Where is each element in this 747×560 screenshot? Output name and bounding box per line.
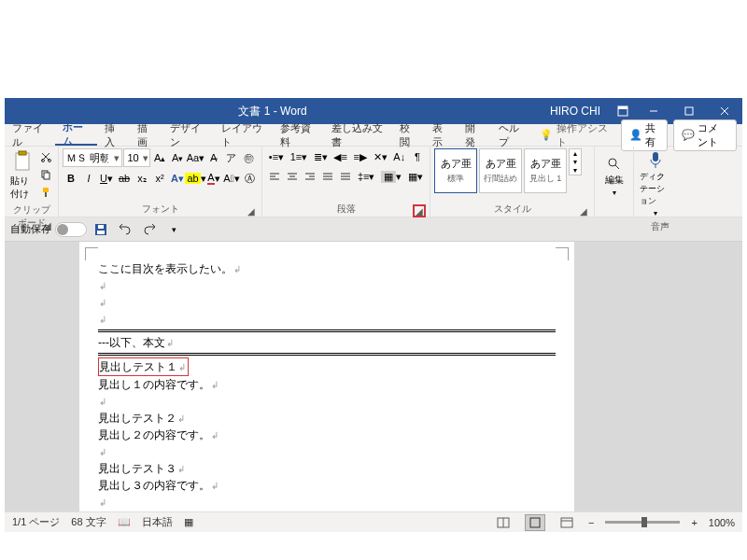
clipboard-launcher[interactable]: ◢ — [43, 220, 52, 230]
dictate-button[interactable]: ディクテーション ▾ — [638, 148, 673, 219]
paragraph-text[interactable]: 見出し２の内容です。 — [98, 427, 556, 443]
paragraph-text[interactable] — [98, 294, 556, 311]
superscript-button[interactable]: x² — [151, 170, 168, 187]
justify-button[interactable] — [319, 168, 336, 185]
paragraph-text[interactable]: 見出しテスト１ — [98, 357, 556, 376]
print-layout-button[interactable] — [525, 514, 545, 531]
paragraph-launcher[interactable]: ◢ — [415, 206, 424, 216]
paragraph-text[interactable]: 見出しテスト２ — [98, 410, 556, 427]
zoom-out-button[interactable]: − — [588, 517, 594, 528]
expand-icon[interactable]: ▾ — [570, 166, 581, 175]
zoom-level[interactable]: 100% — [709, 517, 735, 528]
subscript-button[interactable]: x₂ — [134, 170, 150, 187]
asian-layout-button[interactable]: ✕▾ — [371, 148, 390, 165]
highlight-button[interactable]: ab▾ — [187, 170, 204, 187]
user-name[interactable]: HIRO CHI — [541, 105, 610, 118]
tab-draw[interactable]: 描画 — [130, 124, 162, 146]
style-normal[interactable]: あア亜 標準 — [434, 148, 477, 193]
distribute-button[interactable] — [337, 168, 354, 185]
shading-button[interactable]: ▦▾ — [378, 168, 404, 185]
tab-home[interactable]: ホーム — [55, 124, 97, 146]
tab-mailings[interactable]: 差し込み文書 — [324, 124, 392, 146]
font-name-combo[interactable]: ▾ — [63, 148, 122, 167]
align-center-button[interactable] — [284, 168, 301, 185]
paragraph-text[interactable]: ここに目次を表示したい。 — [98, 260, 556, 277]
style-heading-1[interactable]: あア亜 見出し 1 — [524, 148, 567, 193]
character-border-button[interactable]: Ⓐ — [241, 170, 258, 187]
style-gallery-scroll[interactable]: ▴ ▾ ▾ — [569, 148, 582, 175]
decrease-indent-button[interactable]: ◀≡ — [331, 148, 350, 165]
paragraph-text[interactable]: 見出し１の内容です。 — [98, 376, 556, 393]
paragraph-text[interactable] — [98, 443, 556, 460]
tab-developer[interactable]: 開発 — [458, 124, 490, 146]
editing-button[interactable]: 編集 ▾ — [599, 148, 629, 204]
multilevel-list-button[interactable]: ≣▾ — [311, 148, 331, 165]
cut-button[interactable] — [37, 148, 54, 165]
autosave-toggle[interactable] — [55, 222, 87, 237]
web-layout-button[interactable] — [557, 514, 577, 531]
paragraph-text[interactable]: 見出し３の内容です。 — [98, 477, 556, 494]
numbering-button[interactable]: 1≡▾ — [288, 148, 310, 165]
ribbon-display-icon[interactable] — [610, 105, 636, 117]
spellcheck-icon[interactable]: 📖 — [118, 516, 131, 528]
paragraph-text[interactable] — [98, 311, 556, 328]
paragraph-text[interactable]: ---以下、本文 — [98, 334, 556, 351]
styles-launcher[interactable]: ◢ — [579, 206, 588, 216]
paragraph-text[interactable] — [98, 277, 556, 294]
paste-button[interactable]: 貼り付け — [8, 148, 35, 203]
read-mode-button[interactable] — [493, 514, 514, 531]
shrink-font-button[interactable]: A▾ — [169, 149, 186, 166]
bold-button[interactable]: B — [63, 170, 79, 187]
character-shading-button[interactable]: A⃞▾ — [223, 170, 240, 187]
sort-button[interactable]: A↓ — [390, 148, 408, 165]
borders-button[interactable]: ▦▾ — [405, 168, 426, 185]
font-size-combo[interactable]: ▾ — [123, 148, 150, 167]
font-launcher[interactable]: ◢ — [247, 206, 256, 216]
underline-button[interactable]: U▾ — [98, 170, 115, 187]
enclose-characters-button[interactable]: ㊞ — [241, 149, 258, 166]
font-color-button[interactable]: A▾ — [205, 170, 222, 187]
increase-indent-button[interactable]: ≡▶ — [351, 148, 370, 165]
tab-references[interactable]: 参考資料 — [273, 124, 323, 146]
change-case-button[interactable]: Aa▾ — [187, 149, 204, 166]
grow-font-button[interactable]: A▴ — [151, 149, 168, 166]
page-count[interactable]: 1/1 ページ — [12, 515, 60, 529]
align-right-button[interactable] — [302, 168, 318, 185]
tab-view[interactable]: 表示 — [425, 124, 458, 146]
macro-icon[interactable]: ▦ — [184, 516, 193, 528]
tell-me[interactable]: 💡 操作アシスト — [532, 124, 615, 146]
chevron-down-icon[interactable]: ▾ — [570, 158, 581, 166]
document-canvas[interactable]: ここに目次を表示したい。 ---以下、本文 見出しテスト１ 見出し１の内容です。… — [5, 242, 742, 511]
font-name-input[interactable] — [63, 152, 111, 163]
tab-help[interactable]: ヘルプ — [491, 124, 533, 146]
chevron-down-icon[interactable]: ▾ — [142, 152, 149, 164]
word-count[interactable]: 68 文字 — [71, 515, 106, 529]
show-marks-button[interactable]: ¶ — [409, 148, 426, 165]
tab-file[interactable]: ファイル — [5, 124, 55, 146]
strikethrough-button[interactable]: ab — [116, 170, 133, 187]
tab-layout[interactable]: レイアウト — [214, 124, 274, 146]
paragraph-text[interactable] — [98, 494, 556, 511]
chevron-down-icon[interactable]: ▾ — [111, 152, 121, 164]
undo-button[interactable] — [115, 219, 135, 240]
style-no-spacing[interactable]: あア亜 行間詰め — [479, 148, 522, 193]
clear-formatting-button[interactable]: A̶ — [205, 149, 222, 166]
paragraph-text[interactable] — [98, 393, 556, 410]
line-spacing-button[interactable]: ‡≡▾ — [355, 168, 377, 185]
language-indicator[interactable]: 日本語 — [142, 515, 173, 529]
text-effects-button[interactable]: A▾ — [169, 170, 186, 187]
qat-customize[interactable]: ▾ — [163, 219, 184, 240]
tab-insert[interactable]: 挿入 — [97, 124, 130, 146]
zoom-slider[interactable] — [605, 521, 680, 524]
format-painter-button[interactable] — [37, 184, 54, 201]
chevron-up-icon[interactable]: ▴ — [570, 149, 581, 158]
bullets-button[interactable]: •≡▾ — [266, 148, 287, 165]
phonetic-guide-button[interactable]: ア — [223, 149, 240, 166]
align-left-button[interactable] — [266, 168, 283, 185]
tab-review[interactable]: 校閲 — [392, 124, 425, 146]
font-size-input[interactable] — [124, 152, 141, 163]
zoom-in-button[interactable]: + — [691, 517, 697, 528]
tab-design[interactable]: デザイン — [162, 124, 213, 146]
save-button[interactable] — [91, 219, 111, 240]
copy-button[interactable] — [37, 166, 54, 183]
